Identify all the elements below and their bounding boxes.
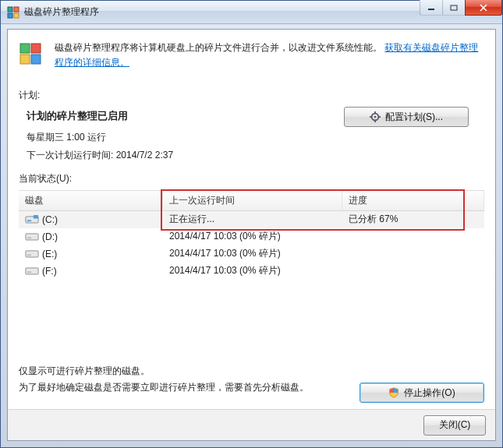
window-controls (420, 0, 502, 16)
svg-rect-20 (34, 215, 38, 219)
info-text: 磁盘碎片整理程序将计算机硬盘上的碎片文件进行合并，以改进文件系统性能。 获取有关… (55, 41, 484, 70)
svg-rect-11 (31, 55, 41, 64)
cell-disk: (D:) (19, 231, 163, 242)
svg-rect-23 (26, 251, 38, 257)
gear-icon (370, 111, 381, 122)
close-button[interactable] (465, 0, 502, 16)
svg-rect-25 (26, 268, 38, 274)
cell-progress: 已分析 67% (342, 213, 484, 226)
svg-rect-1 (14, 7, 19, 12)
svg-rect-22 (27, 237, 31, 238)
schedule-heading: 计划的碎片整理已启用 (27, 107, 338, 126)
cell-disk: (C:) (19, 214, 163, 225)
svg-rect-5 (451, 5, 457, 10)
titlebar[interactable]: 磁盘碎片整理程序 (1, 1, 502, 24)
stop-operation-label: 停止操作(O) (404, 386, 455, 400)
window-title: 磁盘碎片整理程序 (24, 5, 420, 19)
disk-table: 磁盘 上一次运行时间 进度 (C:)正在运行...已分析 67%(D:)2014… (19, 190, 484, 280)
close-dialog-label: 关闭(C) (439, 418, 471, 432)
cell-disk: (E:) (19, 249, 163, 259)
svg-rect-9 (31, 44, 41, 53)
app-icon (7, 6, 19, 19)
configure-schedule-label: 配置计划(S)... (385, 111, 443, 124)
cell-last-run: 2014/4/17 10:03 (0% 碎片) (163, 230, 342, 243)
schedule-section-label: 计划: (19, 89, 484, 102)
content-pane: 磁盘碎片整理程序将计算机硬盘上的碎片文件进行合并，以改进文件系统性能。 获取有关… (7, 29, 496, 441)
drive-icon (25, 266, 37, 275)
maximize-button[interactable] (442, 0, 466, 16)
stop-operation-button[interactable]: 停止操作(O) (360, 383, 484, 403)
svg-rect-21 (26, 234, 38, 240)
status-section-label: 当前状态(U): (19, 172, 484, 185)
cell-last-run: 2014/4/17 10:03 (0% 碎片) (163, 264, 342, 277)
svg-rect-0 (8, 7, 12, 12)
minimize-button[interactable] (420, 0, 443, 16)
table-header: 磁盘 上一次运行时间 进度 (19, 191, 484, 211)
drive-icon (25, 231, 37, 241)
svg-rect-10 (20, 55, 30, 64)
window-frame: 磁盘碎片整理程序 磁盘碎片整理程序将计算机硬盘上的碎片文件进行合并，以改进文件系… (0, 0, 503, 448)
schedule-line-2: 下一次计划运行时间: 2014/7/2 2:37 (27, 146, 338, 164)
col-header-progress[interactable]: 进度 (342, 191, 484, 210)
note-line-2: 为了最好地确定磁盘是否需要立即进行碎片整理，需要首先分析磁盘。 (19, 379, 309, 395)
dialog-footer: 关闭(C) (8, 409, 495, 440)
table-row[interactable]: (E:)2014/4/17 10:03 (0% 碎片) (19, 245, 484, 263)
svg-point-13 (374, 116, 377, 118)
table-row[interactable]: (D:)2014/4/17 10:03 (0% 碎片) (19, 228, 484, 245)
col-header-last-run[interactable]: 上一次运行时间 (163, 191, 342, 210)
status-area: 当前状态(U): 磁盘 上一次运行时间 进度 (C:)正在运行...已分析 67… (19, 172, 484, 280)
col-header-disk[interactable]: 磁盘 (19, 191, 163, 210)
svg-rect-2 (8, 13, 12, 18)
close-dialog-button[interactable]: 关闭(C) (423, 415, 486, 436)
action-row: 停止操作(O) (360, 383, 484, 403)
info-text-prefix: 磁盘碎片整理程序将计算机硬盘上的碎片文件进行合并，以改进文件系统性能。 (55, 42, 382, 53)
defrag-icon (19, 41, 47, 69)
schedule-block: 计划的碎片整理已启用 每星期三 1:00 运行 下一次计划运行时间: 2014/… (19, 107, 484, 164)
table-row[interactable]: (C:)正在运行...已分析 67% (19, 211, 484, 228)
shield-icon (388, 387, 399, 398)
configure-schedule-button[interactable]: 配置计划(S)... (344, 107, 469, 127)
svg-rect-8 (20, 44, 30, 53)
drive-icon (25, 249, 37, 258)
svg-rect-19 (27, 220, 31, 221)
svg-rect-3 (14, 13, 19, 18)
notes: 仅显示可进行碎片整理的磁盘。 为了最好地确定磁盘是否需要立即进行碎片整理，需要首… (19, 363, 309, 395)
svg-rect-26 (27, 271, 31, 273)
table-row[interactable]: (F:)2014/4/17 10:03 (0% 碎片) (19, 263, 484, 280)
schedule-line-1: 每星期三 1:00 运行 (27, 129, 338, 146)
info-header: 磁盘碎片整理程序将计算机硬盘上的碎片文件进行合并，以改进文件系统性能。 获取有关… (19, 39, 484, 81)
drive-icon (25, 214, 37, 224)
svg-rect-24 (27, 254, 31, 256)
table-body: (C:)正在运行...已分析 67%(D:)2014/4/17 10:03 (0… (19, 211, 484, 280)
cell-disk: (F:) (19, 266, 163, 277)
cell-last-run: 2014/4/17 10:03 (0% 碎片) (163, 247, 342, 260)
cell-last-run: 正在运行... (163, 213, 342, 226)
note-line-1: 仅显示可进行碎片整理的磁盘。 (19, 363, 309, 379)
